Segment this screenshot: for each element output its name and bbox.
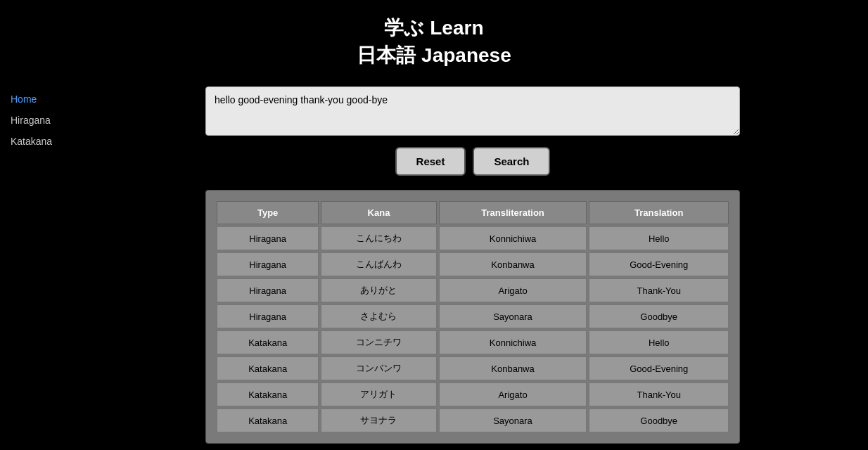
cell-translation: Good-Evening [589,252,729,276]
sidebar-nav: Home Hiragana Katakana [0,79,91,450]
results-table-container: Type Kana Transliteration Translation Hi… [205,190,740,444]
page-header: 学ぶ Learn 日本語 Japanese [0,0,868,79]
cell-kana: コンニチワ [321,330,436,354]
search-button[interactable]: Search [473,147,550,176]
table-row: KatakanaアリガトArigatoThank-You [217,382,729,406]
cell-type: Hiragana [217,304,319,328]
cell-transliteration: Konnichiwa [439,226,587,250]
title-line2: 日本語 Japanese [357,44,511,66]
cell-kana: さよむら [321,304,436,328]
table-row: KatakanaサヨナラSayonaraGoodbye [217,409,729,432]
button-row: Reset Search [395,147,551,176]
table-row: HiraganaありがとArigatoThank-You [217,278,729,302]
cell-kana: ありがと [321,278,436,302]
cell-kana: サヨナラ [321,409,436,432]
search-input[interactable] [205,86,740,136]
col-type: Type [217,201,319,224]
cell-type: Katakana [217,330,319,354]
table-body: HiraganaこんにちわKonnichiwaHelloHiraganaこんばん… [217,226,729,432]
cell-translation: Goodbye [589,304,729,328]
cell-type: Katakana [217,382,319,406]
cell-transliteration: Arigato [439,382,587,406]
cell-kana: コンバンワ [321,356,436,380]
table-row: HiraganaこんばんわKonbanwaGood-Evening [217,252,729,276]
col-transliteration: Transliteration [439,201,587,224]
cell-transliteration: Konbanwa [439,252,587,276]
col-translation: Translation [589,201,729,224]
nav-katakana[interactable]: Katakana [11,136,81,147]
table-header: Type Kana Transliteration Translation [217,201,729,224]
results-table: Type Kana Transliteration Translation Hi… [215,199,731,435]
title-line1: 学ぶ Learn [384,17,483,39]
cell-transliteration: Konnichiwa [439,330,587,354]
cell-transliteration: Sayonara [439,304,587,328]
col-kana: Kana [321,201,436,224]
table-row: HiraganaさよむらSayonaraGoodbye [217,304,729,328]
table-row: KatakanaコンバンワKonbanwaGood-Evening [217,356,729,380]
main-content: Reset Search Type Kana Transliteration T… [91,79,868,450]
cell-translation: Hello [589,226,729,250]
cell-translation: Hello [589,330,729,354]
table-row: HiraganaこんにちわKonnichiwaHello [217,226,729,250]
reset-button[interactable]: Reset [395,147,466,176]
cell-transliteration: Sayonara [439,409,587,432]
cell-type: Hiragana [217,252,319,276]
cell-kana: アリガト [321,382,436,406]
cell-transliteration: Konbanwa [439,356,587,380]
cell-type: Hiragana [217,278,319,302]
cell-type: Katakana [217,356,319,380]
cell-kana: こんばんわ [321,252,436,276]
cell-translation: Goodbye [589,409,729,432]
cell-translation: Good-Evening [589,356,729,380]
cell-kana: こんにちわ [321,226,436,250]
cell-type: Hiragana [217,226,319,250]
nav-hiragana[interactable]: Hiragana [11,115,81,126]
cell-translation: Thank-You [589,278,729,302]
nav-home[interactable]: Home [11,94,81,105]
cell-transliteration: Arigato [439,278,587,302]
cell-translation: Thank-You [589,382,729,406]
cell-type: Katakana [217,409,319,432]
table-row: KatakanaコンニチワKonnichiwaHello [217,330,729,354]
